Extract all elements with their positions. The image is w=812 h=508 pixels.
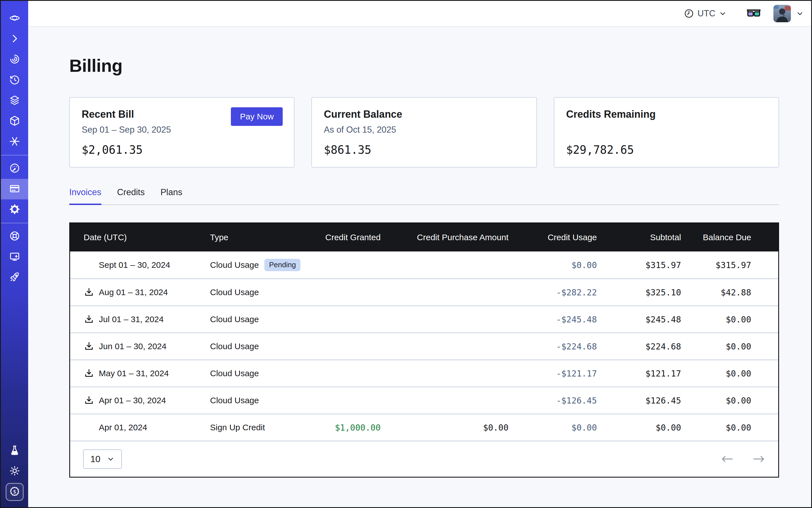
radar-icon <box>9 53 20 66</box>
logo-planet-icon <box>9 12 20 25</box>
gear-icon <box>9 204 20 216</box>
main-area: UTC Billing Recent Bill Sep 01 – Sep 30,… <box>28 1 811 507</box>
col-subtotal: Subtotal <box>597 232 681 242</box>
table-row: Sept 01 – 30, 2024 Cloud UsagePending $0… <box>70 251 778 279</box>
cell-type: Cloud Usage <box>210 288 259 297</box>
svg-text:$: $ <box>13 488 16 494</box>
sidebar-item-logo[interactable] <box>1 8 28 29</box>
card-title: Credits Remaining <box>566 109 767 120</box>
sidebar-item-theme[interactable] <box>1 461 28 481</box>
recent-bill-card: Recent Bill Sep 01 – Sep 30, 2025 $2,061… <box>69 97 295 168</box>
status-badge: Pending <box>264 259 300 271</box>
3d-glasses-button[interactable] <box>746 8 761 19</box>
cell-type: Cloud Usage <box>210 369 259 378</box>
monitor-plus-icon <box>9 251 20 263</box>
download-invoice-button[interactable] <box>84 395 94 406</box>
table-row: Aug 01 – 31, 2024 Cloud Usage -$282.22 $… <box>70 279 778 305</box>
download-invoice-button[interactable] <box>84 287 94 298</box>
sidebar-item-launch[interactable] <box>1 267 28 288</box>
sidebar-item-console[interactable] <box>1 247 28 267</box>
sidebar-spacer <box>1 288 28 440</box>
sidebar-item-observe[interactable] <box>1 49 28 70</box>
col-balance-due: Balance Due <box>681 232 778 242</box>
sidebar-item-support[interactable] <box>1 226 28 247</box>
table-header-row: Date (UTC) Type Credit Granted Credit Pu… <box>70 223 778 251</box>
card-subtitle: Sep 01 – Sep 30, 2025 <box>82 125 282 135</box>
summary-cards: Recent Bill Sep 01 – Sep 30, 2025 $2,061… <box>69 97 779 168</box>
cell-date: Jun 01 – 30, 2024 <box>99 342 166 351</box>
cell-type: Cloud Usage <box>210 260 259 270</box>
sidebar-item-labs[interactable] <box>1 440 28 461</box>
cell-date: Sept 01 – 30, 2024 <box>99 260 170 270</box>
flask-icon <box>9 444 20 457</box>
tab-plans[interactable]: Plans <box>161 187 182 205</box>
page-size-value: 10 <box>90 454 100 464</box>
sidebar-item-usage[interactable] <box>1 158 28 179</box>
previous-page-button[interactable] <box>721 454 734 464</box>
lifebuoy-icon <box>9 230 20 243</box>
recent-bill-amount: $2,061.35 <box>82 143 282 156</box>
chevron-down-icon <box>796 9 804 17</box>
cell-credit-usage: $0.00 <box>509 260 597 270</box>
sidebar-item-layers[interactable] <box>1 90 28 111</box>
sidebar-item-asterisk[interactable] <box>1 131 28 152</box>
3d-glasses-icon <box>746 8 761 19</box>
sidebar-item-package[interactable] <box>1 111 28 131</box>
sidebar-item-settings[interactable] <box>1 199 28 220</box>
user-avatar[interactable] <box>773 5 791 22</box>
chevron-right-icon <box>9 33 20 45</box>
credits-remaining-card: Credits Remaining $29,782.65 <box>554 97 779 168</box>
col-type: Type <box>210 232 311 242</box>
credits-button[interactable]: $ <box>6 483 24 501</box>
rocket-icon <box>9 271 20 284</box>
cell-type: Cloud Usage <box>210 342 259 351</box>
col-date: Date (UTC) <box>70 232 210 242</box>
download-invoice-button[interactable] <box>84 368 94 379</box>
cell-credit-usage: -$126.45 <box>509 396 597 406</box>
sidebar-item-credits[interactable]: $ <box>1 481 28 502</box>
cell-type: Cloud Usage <box>210 314 259 324</box>
user-menu-button[interactable] <box>796 9 804 17</box>
sidebar-item-history[interactable] <box>1 70 28 90</box>
sidebar: $ <box>1 1 28 507</box>
sidebar-divider <box>1 223 28 223</box>
cell-balance-due: $42.88 <box>681 288 778 297</box>
user-photo <box>773 5 791 22</box>
sidebar-item-expand[interactable] <box>1 29 28 49</box>
download-invoice-button[interactable] <box>84 341 94 352</box>
cell-date: Apr 01 – 30, 2024 <box>99 396 166 405</box>
clock-icon <box>684 8 694 18</box>
layers-icon <box>9 95 20 107</box>
tab-credits[interactable]: Credits <box>117 187 145 205</box>
timezone-label: UTC <box>697 8 716 18</box>
topbar: UTC <box>28 1 811 27</box>
cell-subtotal: $245.48 <box>597 314 681 325</box>
invoices-table: Date (UTC) Type Credit Granted Credit Pu… <box>69 222 779 477</box>
cell-credit-usage: -$245.48 <box>509 314 597 325</box>
cell-type: Sign Up Credit <box>210 423 265 432</box>
timezone-dropdown[interactable]: UTC <box>684 8 727 18</box>
asterisk-icon <box>9 136 20 148</box>
cell-date: Aug 01 – 31, 2024 <box>99 288 168 297</box>
cell-subtotal: $224.68 <box>597 342 681 351</box>
card-subtitle: As of Oct 15, 2025 <box>324 125 524 135</box>
cell-subtotal: $325.10 <box>597 288 681 297</box>
page-size-select[interactable]: 10 <box>83 450 122 469</box>
col-credit-granted: Credit Granted <box>311 232 381 242</box>
cell-balance-due: $0.00 <box>681 396 778 406</box>
pay-now-button[interactable]: Pay Now <box>231 107 283 126</box>
tab-invoices[interactable]: Invoices <box>69 187 101 205</box>
download-invoice-button[interactable] <box>84 314 94 325</box>
cell-date: Apr 01, 2024 <box>99 423 147 432</box>
cell-balance-due: $0.00 <box>681 342 778 351</box>
sidebar-item-billing[interactable] <box>1 179 28 199</box>
cell-balance-due: $315.97 <box>681 260 778 270</box>
gauge-icon <box>9 163 20 175</box>
next-page-button[interactable] <box>752 454 765 464</box>
table-row: Jul 01 – 31, 2024 Cloud Usage -$245.48 $… <box>70 305 778 333</box>
arrow-left-icon <box>721 454 734 464</box>
sun-icon <box>9 465 20 477</box>
cell-credit-usage: -$224.68 <box>509 342 597 351</box>
table-row: Apr 01, 2024 Sign Up Credit $1,000.00 $0… <box>70 414 778 441</box>
table-pagination: 10 <box>70 441 778 477</box>
